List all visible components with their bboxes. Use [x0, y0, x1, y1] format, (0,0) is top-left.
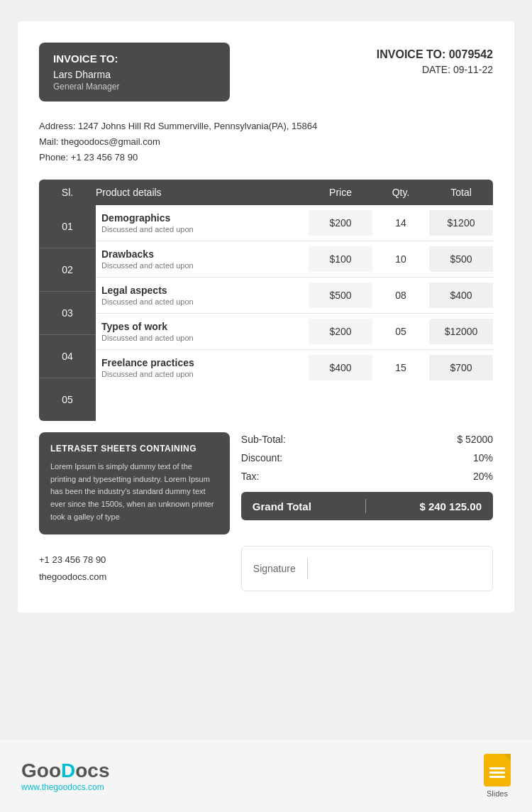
- row5-name: Freelance practices: [101, 357, 303, 368]
- row1-total: $1200: [429, 210, 493, 236]
- row5-price: $400: [309, 355, 372, 380]
- slides-icon-shape: [484, 754, 511, 786]
- signature-label: Signature: [253, 563, 296, 574]
- col-header-total: Total: [429, 187, 493, 198]
- grand-total-row: Grand Total $ 240 125.00: [241, 492, 493, 520]
- footer-website: thegoodocs.com: [39, 569, 230, 585]
- invoice-to-box: INVOICE TO: Lars Dharma General Manager: [39, 43, 230, 102]
- letraset-text: Lorem Ipsum is simply dummy text of the …: [50, 461, 218, 523]
- row3-qty: 08: [372, 290, 429, 301]
- brand-url: www.thegoodocs.com: [21, 782, 104, 792]
- row2-total: $500: [429, 246, 493, 272]
- col-header-price: Price: [309, 187, 372, 198]
- row5-details: Freelance practices Discussed and acted …: [96, 350, 309, 385]
- client-name: Lars Dharma: [53, 69, 216, 80]
- row-number-4: 04: [39, 335, 96, 378]
- row5-sub: Discussed and acted upon: [101, 370, 303, 378]
- invoice-meta: INVOICE TO: 0079542 DATE: 09-11-22: [377, 43, 493, 102]
- subtotal-row: Sub-Total: $ 52000: [241, 432, 493, 446]
- table-row: Freelance practices Discussed and acted …: [96, 350, 493, 385]
- footer-contact: +1 23 456 78 90 thegoodocs.com: [39, 546, 230, 585]
- row1-price: $200: [309, 210, 372, 236]
- discount-row: Discount: 10%: [241, 451, 493, 465]
- brand-logo: GooDocs www.thegoodocs.com: [21, 759, 109, 792]
- invoice-page: INVOICE TO: Lars Dharma General Manager …: [18, 21, 514, 613]
- signature-box: Signature: [241, 546, 493, 591]
- row-number-1: 01: [39, 205, 96, 248]
- col-header-qty: Qty.: [372, 187, 429, 198]
- brand-ocs: ocs: [75, 759, 109, 781]
- grand-total-label: Grand Total: [253, 500, 311, 512]
- invoice-number: INVOICE TO: 0079542: [377, 48, 493, 61]
- contact-phone: Phone: +1 23 456 78 90: [39, 150, 493, 165]
- tax-value: 20%: [473, 471, 493, 482]
- table-header: Sl. Product details Price Qty. Total: [39, 180, 493, 205]
- tax-row: Tax: 20%: [241, 469, 493, 483]
- discount-label: Discount:: [241, 452, 282, 463]
- row3-total: $400: [429, 282, 493, 308]
- row5-total: $700: [429, 355, 493, 380]
- discount-value: 10%: [473, 452, 493, 463]
- contact-mail: Mail: thegoodocs@gmail.com: [39, 134, 493, 150]
- slides-line-2: [489, 772, 505, 774]
- slides-icon-container: Slides: [484, 754, 511, 798]
- totals-box: Sub-Total: $ 52000 Discount: 10% Tax: 20…: [241, 432, 493, 534]
- slides-line-3: [489, 776, 505, 778]
- table-body: 01 02 03 04 05 Demographics Discussed an…: [39, 205, 493, 421]
- row2-qty: 10: [372, 253, 429, 265]
- row-number-3: 03: [39, 292, 96, 335]
- invoice-to-label: INVOICE TO:: [53, 53, 216, 65]
- row-numbers-col: 01 02 03 04 05: [39, 205, 96, 421]
- invoice-date: DATE: 09-11-22: [377, 64, 493, 75]
- table-row: Legal aspects Discussed and acted upon $…: [96, 278, 493, 314]
- brand-d: D: [61, 759, 75, 781]
- slides-icon-lines: [489, 763, 505, 778]
- tax-label: Tax:: [241, 471, 260, 482]
- contact-info: Address: 1247 Johns Hill Rd Summerville,…: [39, 119, 493, 165]
- row3-details: Legal aspects Discussed and acted upon: [96, 278, 309, 313]
- footer-section: +1 23 456 78 90 thegoodocs.com Signature: [39, 546, 493, 591]
- invoice-header: INVOICE TO: Lars Dharma General Manager …: [39, 43, 493, 102]
- row4-total: $12000: [429, 319, 493, 344]
- row-number-5: 05: [39, 378, 96, 421]
- grand-total-value: $ 240 125.00: [419, 500, 482, 512]
- slides-icon-fold: [504, 754, 511, 761]
- row1-sub: Discussed and acted upon: [101, 225, 303, 234]
- subtotal-value: $ 52000: [457, 434, 493, 445]
- table-rows-content: Demographics Discussed and acted upon $2…: [96, 205, 493, 421]
- grand-total-divider: [365, 499, 366, 513]
- row3-name: Legal aspects: [101, 285, 303, 296]
- row2-name: Drawbacks: [101, 248, 303, 260]
- subtotal-label: Sub-Total:: [241, 434, 286, 445]
- table-row: Drawbacks Discussed and acted upon $100 …: [96, 241, 493, 278]
- summary-section: LETRASET SHEETS CONTAINING Lorem Ipsum i…: [39, 432, 493, 534]
- row2-sub: Discussed and acted upon: [101, 261, 303, 270]
- row1-details: Demographics Discussed and acted upon: [96, 205, 309, 241]
- row4-qty: 05: [372, 326, 429, 337]
- col-header-sl: Sl.: [39, 187, 96, 198]
- brand-footer: GooDocs www.thegoodocs.com Slides: [0, 740, 532, 812]
- letraset-title: LETRASET SHEETS CONTAINING: [50, 444, 218, 454]
- row4-name: Types of work: [101, 321, 303, 332]
- row4-sub: Discussed and acted upon: [101, 334, 303, 342]
- col-header-details: Product details: [96, 187, 309, 198]
- row4-details: Types of work Discussed and acted upon: [96, 314, 309, 349]
- footer-phone: +1 23 456 78 90: [39, 552, 230, 568]
- contact-address: Address: 1247 Johns Hill Rd Summerville,…: [39, 119, 493, 134]
- letraset-box: LETRASET SHEETS CONTAINING Lorem Ipsum i…: [39, 432, 230, 534]
- row1-name: Demographics: [101, 212, 303, 224]
- slides-line-1: [489, 767, 505, 769]
- table-row: Types of work Discussed and acted upon $…: [96, 314, 493, 350]
- row5-qty: 15: [372, 362, 429, 373]
- row1-qty: 14: [372, 217, 429, 229]
- table-row: Demographics Discussed and acted upon $2…: [96, 205, 493, 241]
- slides-label: Slides: [487, 789, 508, 798]
- signature-divider: [307, 558, 308, 579]
- brand-goo: Goo: [21, 759, 61, 781]
- row-number-2: 02: [39, 248, 96, 292]
- row3-sub: Discussed and acted upon: [101, 297, 303, 306]
- row3-price: $500: [309, 282, 372, 308]
- row2-price: $100: [309, 246, 372, 272]
- row4-price: $200: [309, 319, 372, 344]
- client-role: General Manager: [53, 82, 216, 92]
